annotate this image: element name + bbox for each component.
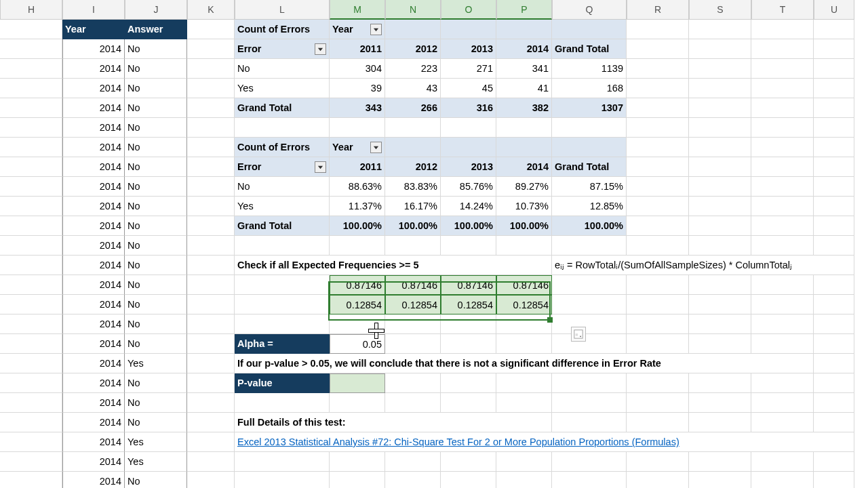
cell-H[interactable] bbox=[0, 334, 62, 354]
empty-cell[interactable] bbox=[627, 177, 689, 197]
empty-cell[interactable] bbox=[552, 393, 627, 413]
empty-cell[interactable] bbox=[627, 413, 689, 432]
empty-cell[interactable] bbox=[689, 295, 751, 314]
empty-cell[interactable] bbox=[552, 472, 627, 488]
pivot1-colfield[interactable]: Year bbox=[330, 20, 385, 39]
cell-H[interactable] bbox=[0, 256, 62, 275]
cell-K[interactable] bbox=[187, 157, 235, 177]
col-header-P[interactable]: P bbox=[496, 0, 552, 20]
cell-K[interactable] bbox=[187, 118, 235, 138]
cell-L[interactable] bbox=[235, 275, 330, 295]
empty-cell[interactable] bbox=[814, 59, 854, 79]
col-header-O[interactable]: O bbox=[441, 0, 496, 20]
cell-K[interactable] bbox=[187, 197, 235, 216]
empty-cell[interactable] bbox=[385, 314, 441, 334]
empty-cell[interactable] bbox=[441, 472, 496, 488]
cell-H[interactable] bbox=[0, 295, 62, 314]
cell-K[interactable] bbox=[187, 295, 235, 314]
empty-cell[interactable] bbox=[689, 314, 751, 334]
empty-cell[interactable] bbox=[814, 157, 854, 177]
empty-cell[interactable] bbox=[496, 393, 552, 413]
empty-cell[interactable] bbox=[496, 472, 552, 488]
empty-cell[interactable] bbox=[751, 216, 814, 236]
empty-cell[interactable] bbox=[627, 393, 689, 413]
empty-cell[interactable] bbox=[814, 452, 854, 472]
empty-cell[interactable] bbox=[496, 118, 552, 138]
empty-cell[interactable] bbox=[814, 393, 854, 413]
cell-H[interactable] bbox=[0, 138, 62, 157]
empty-cell[interactable] bbox=[627, 79, 689, 98]
cell-H[interactable] bbox=[0, 177, 62, 197]
empty-cell[interactable] bbox=[689, 157, 751, 177]
empty-cell[interactable] bbox=[689, 393, 751, 413]
empty-cell[interactable] bbox=[814, 118, 854, 138]
empty-cell[interactable] bbox=[235, 236, 330, 256]
filter-dropdown-icon[interactable] bbox=[315, 161, 326, 173]
empty-cell[interactable] bbox=[235, 472, 330, 488]
empty-cell[interactable] bbox=[689, 59, 751, 79]
empty-cell[interactable] bbox=[552, 373, 627, 393]
empty-cell[interactable] bbox=[235, 452, 330, 472]
cell-K[interactable] bbox=[187, 354, 235, 373]
empty-cell[interactable] bbox=[751, 98, 814, 118]
empty-cell[interactable] bbox=[552, 413, 627, 432]
empty-cell[interactable] bbox=[751, 157, 814, 177]
cell-H[interactable] bbox=[0, 157, 62, 177]
cell-K[interactable] bbox=[187, 275, 235, 295]
alpha-value[interactable]: 0.05 bbox=[330, 334, 385, 354]
empty-cell[interactable] bbox=[627, 118, 689, 138]
empty-cell[interactable] bbox=[330, 472, 385, 488]
cell-K[interactable] bbox=[187, 236, 235, 256]
empty-cell[interactable] bbox=[496, 373, 552, 393]
empty-cell[interactable] bbox=[814, 20, 854, 39]
empty-cell[interactable] bbox=[385, 472, 441, 488]
empty-cell[interactable] bbox=[814, 177, 854, 197]
empty-cell[interactable] bbox=[385, 452, 441, 472]
empty-cell[interactable] bbox=[689, 216, 751, 236]
cell-H[interactable] bbox=[0, 236, 62, 256]
empty-cell[interactable] bbox=[689, 413, 751, 432]
cell-K[interactable] bbox=[187, 472, 235, 488]
empty-cell[interactable] bbox=[814, 373, 854, 393]
col-header-I[interactable]: I bbox=[62, 0, 125, 20]
empty-cell[interactable] bbox=[235, 393, 330, 413]
cell-K[interactable] bbox=[187, 216, 235, 236]
empty-cell[interactable] bbox=[627, 275, 689, 295]
cell-K[interactable] bbox=[187, 20, 235, 39]
empty-cell[interactable] bbox=[689, 79, 751, 98]
empty-cell[interactable] bbox=[627, 216, 689, 236]
cell-K[interactable] bbox=[187, 39, 235, 59]
empty-cell[interactable] bbox=[814, 295, 854, 314]
empty-cell[interactable] bbox=[441, 393, 496, 413]
empty-cell[interactable] bbox=[235, 314, 330, 334]
cell-H[interactable] bbox=[0, 413, 62, 432]
empty-cell[interactable] bbox=[814, 98, 854, 118]
empty-cell[interactable] bbox=[814, 314, 854, 334]
empty-cell[interactable] bbox=[235, 118, 330, 138]
empty-cell[interactable] bbox=[751, 39, 814, 59]
empty-cell[interactable] bbox=[751, 393, 814, 413]
empty-cell[interactable] bbox=[385, 393, 441, 413]
cell-H[interactable] bbox=[0, 39, 62, 59]
cell-K[interactable] bbox=[187, 256, 235, 275]
cell-H[interactable] bbox=[0, 432, 62, 452]
empty-cell[interactable] bbox=[751, 413, 814, 432]
cell-H[interactable] bbox=[0, 354, 62, 373]
empty-cell[interactable] bbox=[441, 334, 496, 354]
empty-cell[interactable] bbox=[814, 236, 854, 256]
empty-cell[interactable] bbox=[689, 138, 751, 157]
empty-cell[interactable] bbox=[627, 373, 689, 393]
empty-cell[interactable] bbox=[751, 118, 814, 138]
cell-K[interactable] bbox=[187, 314, 235, 334]
empty-cell[interactable] bbox=[751, 197, 814, 216]
empty-cell[interactable] bbox=[385, 236, 441, 256]
empty-cell[interactable] bbox=[751, 295, 814, 314]
cell-H[interactable] bbox=[0, 216, 62, 236]
cell-K[interactable] bbox=[187, 393, 235, 413]
empty-cell[interactable] bbox=[385, 118, 441, 138]
empty-cell[interactable] bbox=[814, 413, 854, 432]
cell-H[interactable] bbox=[0, 393, 62, 413]
empty-cell[interactable] bbox=[627, 236, 689, 256]
empty-cell[interactable] bbox=[751, 59, 814, 79]
empty-cell[interactable] bbox=[441, 452, 496, 472]
